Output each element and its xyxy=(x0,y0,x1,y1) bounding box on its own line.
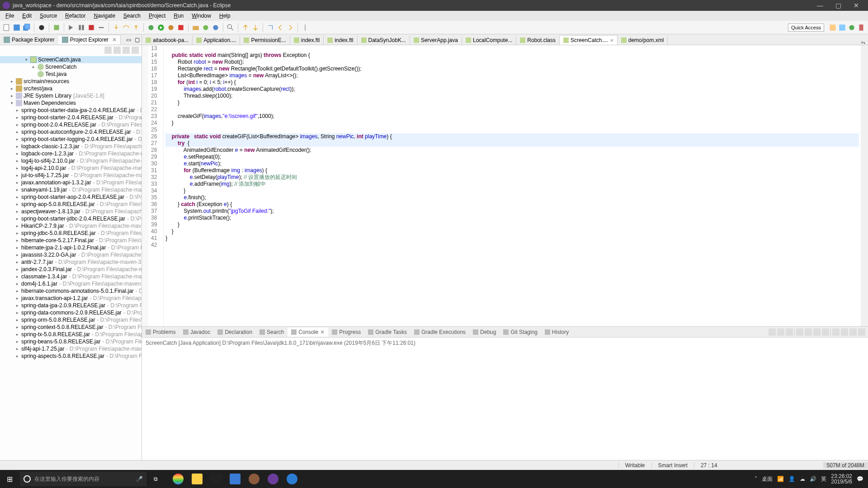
close-button[interactable]: ✕ xyxy=(847,2,865,9)
tree-item[interactable]: ▸dom4j-1.6.1.jar- D:\Program Files\apach… xyxy=(0,280,142,287)
tree-item[interactable]: ▸spring-data-commons-2.0.9.RELEASE.jar- … xyxy=(0,309,142,316)
tree-item[interactable]: ▸hibernate-core-5.2.17.Final.jar- D:\Pro… xyxy=(0,237,142,244)
tree-item[interactable]: ▸javax.transaction-api-1.2.jar- D:\Progr… xyxy=(0,295,142,302)
back-icon[interactable] xyxy=(276,23,284,32)
editor-tab[interactable]: PermissionE... xyxy=(240,36,290,45)
tree-item[interactable]: ▸spring-boot-2.0.4.RELEASE.jar- D:\Progr… xyxy=(0,121,142,128)
menu-navigate[interactable]: Navigate xyxy=(90,12,118,20)
tree-item[interactable]: ▸spring-jdbc-5.0.8.RELEASE.jar- D:\Progr… xyxy=(0,230,142,237)
tree-item[interactable]: ▸spring-boot-autoconfigure-2.0.4.RELEASE… xyxy=(0,128,142,136)
bottom-tab-gradle-executions[interactable]: Gradle Executions xyxy=(410,328,469,337)
package-explorer-tab[interactable]: Package Explorer xyxy=(0,35,58,44)
tree-item[interactable]: ▸spring-aspects-5.0.8.RELEASE.jar- D:\Pr… xyxy=(0,352,142,360)
newpkg-icon[interactable] xyxy=(192,23,200,32)
ime-indicator[interactable]: 英 xyxy=(821,475,826,483)
search-icon[interactable] xyxy=(226,23,235,32)
forward-icon[interactable] xyxy=(286,23,294,32)
menu-edit[interactable]: Edit xyxy=(19,12,35,20)
editor-tab[interactable]: index.ftl xyxy=(324,36,357,45)
ie-icon[interactable] xyxy=(287,474,297,484)
debug-icon[interactable] xyxy=(147,23,155,32)
volume-icon[interactable]: 🔊 xyxy=(810,476,816,482)
tree-item[interactable]: ▸spring-boot-starter-logging-2.0.4.RELEA… xyxy=(0,136,142,143)
menu-refactor[interactable]: Refactor xyxy=(61,12,89,20)
menu-file[interactable]: File xyxy=(2,12,18,20)
newclass-icon[interactable] xyxy=(202,23,210,32)
close-icon[interactable]: ✕ xyxy=(610,38,613,43)
link-editor-icon[interactable] xyxy=(113,47,121,54)
tree-item[interactable]: ▸log4j-to-slf4j-2.10.0.jar- D:\Program F… xyxy=(0,157,142,164)
filter-icon[interactable] xyxy=(123,47,130,54)
code-editor[interactable]: 1314151617181920212223242526272829303132… xyxy=(142,45,868,326)
save-icon[interactable] xyxy=(13,23,21,32)
scroll-icon[interactable] xyxy=(813,328,821,336)
pin-icon[interactable] xyxy=(301,23,309,32)
stepinto-icon[interactable] xyxy=(112,23,120,32)
bottom-tab-console[interactable]: Console ✕ xyxy=(288,328,328,337)
taskview-icon[interactable]: ⧉ xyxy=(146,476,165,482)
menu-source[interactable]: Source xyxy=(36,12,61,20)
tree-item[interactable]: ▸spring-orm-5.0.8.RELEASE.jar- D:\Progra… xyxy=(0,316,142,324)
new-icon[interactable] xyxy=(3,23,11,32)
explorer-icon[interactable] xyxy=(192,474,203,484)
bottom-tab-declaration[interactable]: Declaration xyxy=(214,328,256,337)
mic-icon[interactable]: 🎤 xyxy=(136,476,143,482)
tree-item[interactable]: ▸classmate-1.3.4.jar- D:\Program Files\a… xyxy=(0,273,142,280)
minimize-view-icon[interactable]: ▭ xyxy=(124,37,133,43)
bottom-tab-progress[interactable]: Progress xyxy=(328,328,364,337)
tree-item[interactable]: ▸spring-beans-5.0.8.RELEASE.jar- D:\Prog… xyxy=(0,338,142,345)
bottom-tab-history[interactable]: History xyxy=(541,328,572,337)
app-icon-2[interactable] xyxy=(249,474,259,484)
tray-desktop[interactable]: 桌面 xyxy=(762,475,773,483)
tree-item[interactable]: ▸ScreenCatch xyxy=(0,63,142,70)
minimize-button[interactable]: — xyxy=(811,2,829,9)
menu-window[interactable]: Window xyxy=(188,12,215,20)
tree-item[interactable]: ▸jandex-2.0.3.Final.jar- D:\Program File… xyxy=(0,266,142,273)
close-icon[interactable]: ✕ xyxy=(112,37,117,43)
lastpos-icon[interactable] xyxy=(266,23,274,32)
disconnect-icon[interactable] xyxy=(97,23,105,32)
menu-help[interactable]: Help xyxy=(216,12,234,20)
annotation-next-icon[interactable] xyxy=(251,23,259,32)
folding-margin[interactable] xyxy=(142,45,148,326)
clear-icon[interactable] xyxy=(796,328,803,336)
removeall-icon[interactable] xyxy=(786,328,793,336)
display-icon[interactable] xyxy=(841,328,848,336)
stepover-icon[interactable] xyxy=(122,23,130,32)
chrome-icon[interactable] xyxy=(173,474,184,484)
tree-item[interactable]: ▸antlr-2.7.7.jar- D:\Program Files\apach… xyxy=(0,258,142,266)
editor-tab[interactable]: ServerApp.java xyxy=(410,36,462,45)
pin-icon[interactable] xyxy=(832,328,840,336)
coverage-icon[interactable] xyxy=(167,23,175,32)
tree-item[interactable]: ▸hibernate-jpa-2.1-api-1.0.2.Final.jar- … xyxy=(0,244,142,251)
open-perspective-icon[interactable] xyxy=(829,23,837,32)
git-perspective-icon[interactable] xyxy=(857,23,865,32)
bottom-tab-search[interactable]: Search xyxy=(256,328,288,337)
action-center-icon[interactable]: 💬 xyxy=(857,476,863,482)
start-button[interactable]: ⊞ xyxy=(0,475,19,483)
console-view[interactable]: ScreenCatch [Java Application] D:\Progra… xyxy=(142,338,868,460)
bottom-tab-git-staging[interactable]: Git Staging xyxy=(500,328,541,337)
resume-icon[interactable] xyxy=(77,23,85,32)
toggle-icon[interactable] xyxy=(38,23,46,32)
overview-ruler[interactable] xyxy=(861,45,868,326)
editor-tab[interactable]: LocalCompute... xyxy=(462,36,516,45)
lock-icon[interactable] xyxy=(805,328,812,336)
tree-item[interactable]: ▸jul-to-slf4j-1.7.25.jar- D:\Program Fil… xyxy=(0,172,142,179)
stop-icon[interactable] xyxy=(87,23,95,32)
people-icon[interactable]: 👤 xyxy=(788,476,795,482)
editor-tab[interactable]: Robot.class xyxy=(516,36,560,45)
collapse-all-icon[interactable] xyxy=(104,47,112,54)
maximize-button[interactable]: ▢ xyxy=(829,2,847,9)
tree-item[interactable]: ▸slf4j-api-1.7.25.jar- D:\Program Files\… xyxy=(0,345,142,352)
tree-item[interactable]: ▸javax.annotation-api-1.3.2.jar- D:\Prog… xyxy=(0,179,142,186)
menu-project[interactable]: Project xyxy=(145,12,169,20)
tree-item[interactable]: ▸log4j-api-2.10.0.jar- D:\Program Files\… xyxy=(0,164,142,172)
menu-search[interactable]: Search xyxy=(120,12,144,20)
more-tabs[interactable]: »₁ xyxy=(858,40,868,45)
tree-item[interactable]: ▸JRE System Library[JavaSE-1.8] xyxy=(0,92,142,99)
tree-item[interactable]: ▸aspectjweaver-1.8.13.jar- D:\Program Fi… xyxy=(0,208,142,215)
annotation-prev-icon[interactable] xyxy=(241,23,250,32)
code-area[interactable]: public static void main(String[] args) t… xyxy=(164,45,861,326)
view-menu-icon[interactable] xyxy=(132,47,139,54)
